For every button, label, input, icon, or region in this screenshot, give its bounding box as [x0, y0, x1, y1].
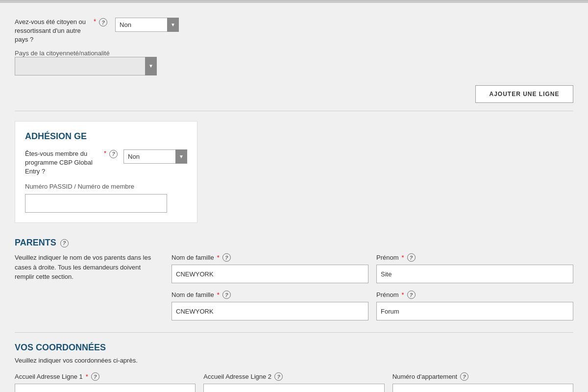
parent2-nom-required: * [217, 291, 220, 298]
main-content: Avez-vous été citoyen ou ressortissant d… [0, 3, 588, 392]
parent2-prenom-help-icon[interactable]: ? [407, 291, 416, 299]
adresse1-header: Accueil Adresse Ligne 1 * ? [15, 372, 196, 381]
parents-title: PARENTS [15, 238, 56, 248]
citizenship-section: Avez-vous été citoyen ou ressortissant d… [15, 13, 573, 85]
citizenship-dropdown[interactable]: Non Oui [115, 18, 179, 32]
adresse1-help-icon[interactable]: ? [91, 372, 99, 381]
separator-1 [15, 111, 573, 111]
adhesion-title: ADHÉSION GE [25, 131, 187, 142]
citizenship-row: Avez-vous été citoyen ou ressortissant d… [15, 18, 573, 45]
parents-description: Veuillez indiquer le nom de vos parents … [15, 253, 162, 327]
adhesion-row: ADHÉSION GE Êtes-vous membre du programm… [15, 116, 573, 228]
adresse2-field: Accueil Adresse Ligne 2 ? [203, 372, 384, 392]
page-container: Avez-vous été citoyen ou ressortissant d… [0, 0, 588, 392]
coordonnees-desc: Veuillez indiquer vos coordonnées ci-apr… [15, 357, 573, 364]
ge-select-wrapper: Non Oui [123, 149, 187, 164]
parent2-row: Nom de famille * ? Prénom * ? [172, 290, 573, 320]
ge-field-row: Êtes-vous membre du programme CBP Global… [25, 149, 187, 176]
nationality-field-block: Pays de la citoyenneté/nationalité ▼ [15, 49, 157, 75]
parents-section: PARENTS ? Veuillez indiquer le nom de vo… [15, 238, 573, 327]
parent2-prenom-header: Prénom * ? [376, 290, 573, 299]
coordonnees-title: VOS COORDONNÉES [15, 343, 573, 353]
parent1-nom-required: * [217, 254, 220, 261]
adresse2-input[interactable] [203, 384, 384, 392]
parent1-prenom-field: Prénom * ? [376, 253, 573, 283]
numero-apt-label: Numéro d'appartement [392, 373, 458, 380]
ge-required-star: * [104, 149, 106, 157]
passid-input[interactable] [25, 194, 167, 213]
nationality-add-row: Pays de la citoyenneté/nationalité ▼ [15, 49, 573, 75]
adresse2-header: Accueil Adresse Ligne 2 ? [203, 372, 384, 381]
adresse2-label: Accueil Adresse Ligne 2 [203, 373, 271, 380]
numero-apt-input[interactable] [392, 384, 573, 392]
parent1-nom-field: Nom de famille * ? [172, 253, 368, 283]
parent2-nom-label: Nom de famille [172, 291, 214, 298]
adresse2-help-icon[interactable]: ? [274, 372, 283, 381]
parent1-nom-label: Nom de famille [172, 254, 214, 261]
ge-label-group: Êtes-vous membre du programme CBP Global… [25, 149, 118, 176]
parent1-nom-input[interactable] [172, 265, 368, 283]
parent1-nom-header: Nom de famille * ? [172, 253, 368, 262]
parent1-row: Nom de famille * ? Prénom * ? [172, 253, 573, 283]
nationality-label: Pays de la citoyenneté/nationalité [15, 49, 157, 57]
parent1-prenom-required: * [402, 254, 404, 261]
add-line-button[interactable]: AJOUTER UNE LIGNE [475, 85, 573, 103]
passid-field-block: Numéro PASSID / Numéro de membre [25, 183, 187, 213]
citizenship-select-wrapper: Non Oui [115, 18, 179, 32]
parents-layout: Veuillez indiquer le nom de vos parents … [15, 253, 573, 327]
coord-adresse-row: Accueil Adresse Ligne 1 * ? Accueil Adre… [15, 372, 573, 392]
parent2-prenom-field: Prénom * ? [376, 290, 573, 320]
parent1-prenom-help-icon[interactable]: ? [407, 253, 416, 262]
parent2-nom-header: Nom de famille * ? [172, 290, 368, 299]
parents-fields: Nom de famille * ? Prénom * ? [172, 253, 573, 327]
adresse1-field: Accueil Adresse Ligne 1 * ? [15, 372, 196, 392]
parents-header: PARENTS ? [15, 238, 573, 248]
parent2-nom-input[interactable] [172, 302, 368, 320]
parent1-prenom-input[interactable] [376, 265, 573, 283]
citizenship-required-star: * [94, 18, 96, 25]
citizenship-question-label: Avez-vous été citoyen ou ressortissant d… [15, 18, 91, 45]
parent2-nom-field: Nom de famille * ? [172, 290, 368, 320]
separator-2 [15, 332, 573, 333]
parent1-nom-help-icon[interactable]: ? [222, 253, 231, 262]
adhesion-section: ADHÉSION GE Êtes-vous membre du programm… [15, 121, 197, 223]
adresse1-input[interactable] [15, 384, 196, 392]
parent2-prenom-required: * [402, 291, 404, 298]
citizenship-help-icon[interactable]: ? [99, 18, 107, 26]
adresse1-required-star: * [86, 373, 88, 380]
numero-apt-field: Numéro d'appartement ? [392, 372, 573, 392]
parent2-prenom-label: Prénom [376, 291, 399, 298]
ge-dropdown[interactable]: Non Oui [123, 149, 187, 164]
parents-help-icon[interactable]: ? [60, 239, 69, 247]
coordonnees-section: VOS COORDONNÉES Veuillez indiquer vos co… [15, 343, 573, 392]
passid-label: Numéro PASSID / Numéro de membre [25, 183, 187, 190]
adresse1-label: Accueil Adresse Ligne 1 [15, 373, 83, 380]
ge-question-label: Êtes-vous membre du programme CBP Global… [25, 149, 101, 176]
parent1-prenom-header: Prénom * ? [376, 253, 573, 262]
numero-apt-header: Numéro d'appartement ? [392, 372, 573, 381]
parent2-prenom-input[interactable] [376, 302, 573, 320]
add-line-container: AJOUTER UNE LIGNE [15, 85, 573, 103]
numero-apt-help-icon[interactable]: ? [460, 372, 468, 381]
nationality-dropdown[interactable] [15, 57, 157, 75]
ge-help-icon[interactable]: ? [109, 150, 118, 158]
parent1-prenom-label: Prénom [376, 254, 399, 261]
nationality-select-wrapper: ▼ [15, 57, 157, 75]
parent2-nom-help-icon[interactable]: ? [222, 291, 231, 299]
